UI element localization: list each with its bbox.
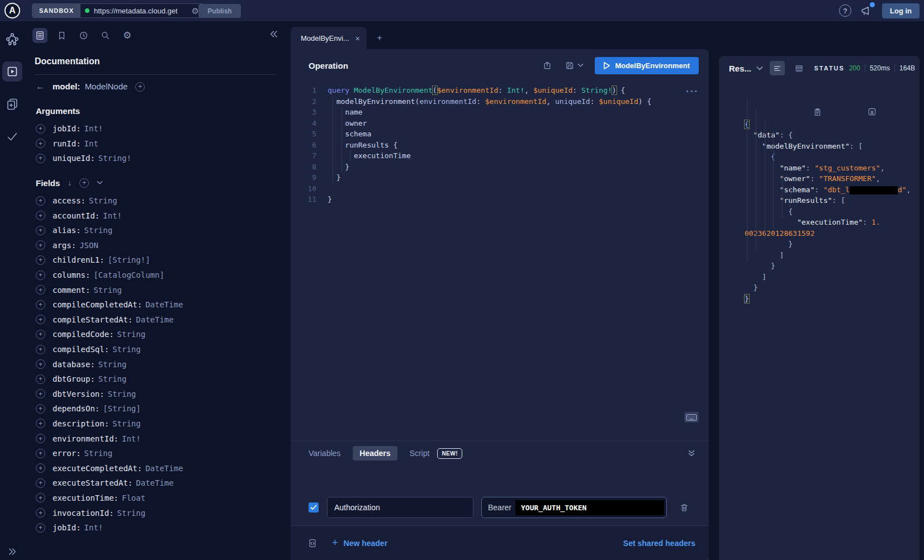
field-row[interactable]: + jobId:Int! xyxy=(35,520,276,535)
editor-code[interactable]: query ModelByEnvironment($environmentId:… xyxy=(316,85,651,205)
tab-variables[interactable]: Variables xyxy=(309,449,340,458)
endpoint-input[interactable]: https://metadata.cloud.get ⚙ xyxy=(80,4,203,17)
field-row[interactable]: + dependsOn:[String] xyxy=(35,401,276,416)
new-header-button[interactable]: + New header xyxy=(332,537,387,549)
response-dropdown-chevron-icon[interactable] xyxy=(756,66,763,71)
add-field-icon[interactable]: + xyxy=(36,330,45,339)
save-options-chevron-icon[interactable] xyxy=(577,63,584,68)
add-field-icon[interactable]: + xyxy=(36,493,45,502)
sort-fields-icon[interactable]: ↓ xyxy=(68,178,72,187)
add-field-icon[interactable]: + xyxy=(36,434,45,443)
search-icon[interactable] xyxy=(98,28,113,43)
field-row[interactable]: + environmentId:Int! xyxy=(35,431,276,446)
new-tab-icon[interactable]: + xyxy=(377,32,382,44)
editor-menu-icon[interactable]: ••• xyxy=(686,87,699,96)
field-row[interactable]: + alias:String xyxy=(35,223,276,238)
header-value-input[interactable]: Bearer YOUR_AUTH_TOKEN xyxy=(481,497,667,518)
add-field-icon[interactable]: + xyxy=(36,255,45,265)
argument-row[interactable]: + runId:Int xyxy=(35,136,276,151)
add-field-icon[interactable]: + xyxy=(36,226,45,235)
add-field-icon[interactable]: + xyxy=(36,449,45,458)
tab-script[interactable]: Script xyxy=(410,449,430,458)
field-row[interactable]: + compiledCode:String xyxy=(35,327,276,342)
add-field-icon[interactable]: + xyxy=(36,359,45,369)
share-operation-icon[interactable] xyxy=(542,60,552,70)
argument-row[interactable]: + uniqueId:String! xyxy=(35,151,276,166)
argument-row[interactable]: + jobId:Int! xyxy=(35,121,276,136)
add-field-icon[interactable]: + xyxy=(135,82,145,92)
set-shared-headers-link[interactable]: Set shared headers xyxy=(623,539,695,548)
documentation-tab-icon[interactable] xyxy=(32,28,48,43)
field-row[interactable]: + comment:String xyxy=(35,282,276,297)
delete-header-icon[interactable] xyxy=(679,502,689,512)
table-view-toggle-icon[interactable] xyxy=(792,61,807,75)
field-row[interactable]: + dbtGroup:String xyxy=(35,372,276,387)
add-field-icon[interactable]: + xyxy=(36,196,45,206)
add-argument-icon[interactable]: + xyxy=(36,124,45,134)
add-field-icon[interactable]: + xyxy=(36,508,45,518)
field-row[interactable]: + executeCompletedAt:DateTime xyxy=(35,461,276,476)
add-argument-icon[interactable]: + xyxy=(36,154,45,163)
add-field-icon[interactable]: + xyxy=(36,374,45,384)
collapse-bottom-panel-icon[interactable] xyxy=(688,449,695,457)
keyboard-shortcuts-icon[interactable] xyxy=(684,412,699,423)
add-field-icon[interactable]: + xyxy=(36,523,45,533)
history-icon[interactable] xyxy=(76,28,91,43)
endpoint-settings-icon[interactable]: ⚙ xyxy=(192,7,199,15)
run-operation-button[interactable]: ModelByEnvironment xyxy=(595,57,699,74)
add-field-icon[interactable]: + xyxy=(36,270,45,280)
add-argument-icon[interactable]: + xyxy=(36,139,45,148)
schema-nav-icon[interactable] xyxy=(2,29,22,49)
add-field-icon[interactable]: + xyxy=(36,300,45,310)
field-row[interactable]: + accountId:Int! xyxy=(35,208,276,223)
fields-options-chevron-icon[interactable] xyxy=(97,181,103,185)
field-row[interactable]: + dbtVersion:String xyxy=(35,387,276,402)
field-row[interactable]: + columns:[CatalogColumn] xyxy=(35,268,276,283)
collections-nav-icon[interactable] xyxy=(2,94,22,114)
add-field-icon[interactable]: + xyxy=(36,463,45,473)
field-row[interactable]: + access:String xyxy=(35,193,276,208)
help-icon[interactable]: ? xyxy=(839,4,851,17)
back-arrow-icon[interactable]: ← xyxy=(36,82,45,92)
close-tab-icon[interactable]: × xyxy=(355,34,360,43)
add-field-icon[interactable]: + xyxy=(36,285,45,295)
auth-token-value[interactable]: YOUR_AUTH_TOKEN xyxy=(515,500,664,515)
header-name-input[interactable] xyxy=(327,497,473,518)
add-field-icon[interactable]: + xyxy=(36,345,45,354)
field-row[interactable]: + compileStartedAt:DateTime xyxy=(35,312,276,328)
collapse-panel-icon[interactable] xyxy=(269,30,278,38)
expand-rail-icon[interactable] xyxy=(0,548,25,556)
add-field-icon[interactable]: + xyxy=(36,478,45,488)
tab-headers[interactable]: Headers xyxy=(353,446,397,461)
field-row[interactable]: + args:JSON xyxy=(35,238,276,253)
add-field-icon[interactable]: + xyxy=(36,419,45,428)
add-all-fields-icon[interactable]: + xyxy=(79,178,89,188)
saved-operations-icon[interactable] xyxy=(54,28,69,43)
graphql-editor[interactable]: 1234567891011 query ModelByEnvironment($… xyxy=(291,82,709,440)
save-operation-icon[interactable] xyxy=(565,60,575,70)
add-field-icon[interactable]: + xyxy=(36,315,45,324)
response-title[interactable]: Res... xyxy=(729,64,751,73)
field-row[interactable]: + description:String xyxy=(35,416,276,431)
add-field-icon[interactable]: + xyxy=(36,404,45,414)
announcements-icon[interactable] xyxy=(860,4,873,17)
login-button[interactable]: Log in xyxy=(882,3,920,18)
preflight-script-icon[interactable] xyxy=(307,538,318,548)
field-row[interactable]: + compileCompletedAt:DateTime xyxy=(35,297,276,312)
add-field-icon[interactable]: + xyxy=(36,211,45,220)
field-row[interactable]: + executionTime:Float xyxy=(35,491,276,506)
operation-tab[interactable]: ModelByEnvi... × xyxy=(291,27,367,49)
response-json-viewer[interactable]: { "data": { "modelByEnvironment": [ { "n… xyxy=(719,80,920,391)
breadcrumb-type[interactable]: ModelNode xyxy=(85,82,128,91)
add-field-icon[interactable]: + xyxy=(36,389,45,398)
download-response-icon[interactable] xyxy=(867,85,911,139)
copy-response-icon[interactable] xyxy=(813,85,856,139)
field-row[interactable]: + error:String xyxy=(35,446,276,461)
field-row[interactable]: + invocationId:String xyxy=(35,505,276,520)
field-row[interactable]: + executeStartedAt:DateTime xyxy=(35,476,276,491)
add-field-icon[interactable]: + xyxy=(36,240,45,250)
apollo-logo[interactable]: A xyxy=(4,3,20,18)
checks-nav-icon[interactable] xyxy=(2,126,22,146)
settings-gear-icon[interactable]: ⚙ xyxy=(120,28,135,43)
header-enabled-checkbox[interactable] xyxy=(309,502,319,512)
